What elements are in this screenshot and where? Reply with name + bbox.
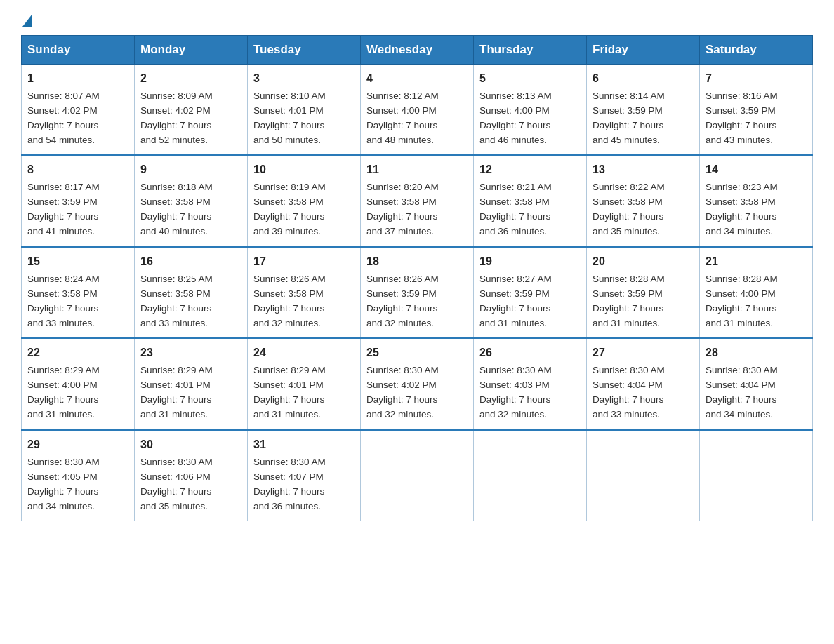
calendar-cell: 2Sunrise: 8:09 AMSunset: 4:02 PMDaylight… (135, 65, 248, 156)
day-info: Sunrise: 8:09 AMSunset: 4:02 PMDaylight:… (140, 90, 213, 145)
day-number: 10 (253, 161, 355, 179)
calendar-cell: 7Sunrise: 8:16 AMSunset: 3:59 PMDaylight… (700, 65, 813, 156)
day-info: Sunrise: 8:24 AMSunset: 3:58 PMDaylight:… (27, 274, 100, 328)
calendar-cell: 21Sunrise: 8:28 AMSunset: 4:00 PMDayligh… (700, 247, 813, 338)
calendar-cell: 8Sunrise: 8:17 AMSunset: 3:59 PMDaylight… (22, 155, 135, 246)
calendar-table: SundayMondayTuesdayWednesdayThursdayFrid… (21, 35, 813, 521)
day-info: Sunrise: 8:07 AMSunset: 4:02 PMDaylight:… (27, 90, 100, 145)
day-number: 31 (253, 436, 355, 454)
column-header-tuesday: Tuesday (248, 36, 361, 65)
day-number: 14 (706, 161, 807, 179)
day-number: 12 (479, 161, 581, 179)
day-info: Sunrise: 8:10 AMSunset: 4:01 PMDaylight:… (253, 90, 326, 145)
day-info: Sunrise: 8:18 AMSunset: 3:58 PMDaylight:… (140, 182, 213, 236)
calendar-header-row: SundayMondayTuesdayWednesdayThursdayFrid… (22, 36, 813, 65)
day-number: 2 (140, 70, 241, 88)
calendar-cell: 4Sunrise: 8:12 AMSunset: 4:00 PMDaylight… (361, 65, 474, 156)
column-header-friday: Friday (587, 36, 700, 65)
day-info: Sunrise: 8:29 AMSunset: 4:00 PMDaylight:… (27, 365, 100, 420)
calendar-cell: 9Sunrise: 8:18 AMSunset: 3:58 PMDaylight… (135, 155, 248, 246)
calendar-cell: 16Sunrise: 8:25 AMSunset: 3:58 PMDayligh… (135, 247, 248, 338)
day-info: Sunrise: 8:22 AMSunset: 3:58 PMDaylight:… (593, 182, 665, 236)
calendar-week-row: 15Sunrise: 8:24 AMSunset: 3:58 PMDayligh… (22, 247, 813, 338)
day-number: 23 (140, 344, 241, 362)
day-info: Sunrise: 8:30 AMSunset: 4:05 PMDaylight:… (27, 457, 100, 511)
day-number: 21 (706, 253, 807, 271)
day-number: 30 (140, 436, 241, 454)
day-number: 19 (479, 253, 581, 271)
day-info: Sunrise: 8:27 AMSunset: 3:59 PMDaylight:… (479, 274, 552, 328)
calendar-cell: 3Sunrise: 8:10 AMSunset: 4:01 PMDaylight… (248, 65, 361, 156)
column-header-thursday: Thursday (474, 36, 587, 65)
day-info: Sunrise: 8:14 AMSunset: 3:59 PMDaylight:… (593, 90, 665, 145)
day-number: 24 (253, 344, 355, 362)
column-header-wednesday: Wednesday (361, 36, 474, 65)
column-header-monday: Monday (135, 36, 248, 65)
day-number: 3 (253, 70, 355, 88)
calendar-cell: 6Sunrise: 8:14 AMSunset: 3:59 PMDaylight… (587, 65, 700, 156)
day-info: Sunrise: 8:17 AMSunset: 3:59 PMDaylight:… (27, 182, 100, 236)
day-number: 26 (479, 344, 581, 362)
calendar-week-row: 29Sunrise: 8:30 AMSunset: 4:05 PMDayligh… (22, 430, 813, 521)
day-number: 27 (593, 344, 694, 362)
day-info: Sunrise: 8:21 AMSunset: 3:58 PMDaylight:… (479, 182, 552, 236)
day-info: Sunrise: 8:29 AMSunset: 4:01 PMDaylight:… (140, 365, 213, 420)
column-header-sunday: Sunday (22, 36, 135, 65)
calendar-cell: 11Sunrise: 8:20 AMSunset: 3:58 PMDayligh… (361, 155, 474, 246)
calendar-cell: 30Sunrise: 8:30 AMSunset: 4:06 PMDayligh… (135, 430, 248, 521)
calendar-cell: 12Sunrise: 8:21 AMSunset: 3:58 PMDayligh… (474, 155, 587, 246)
page-header (21, 14, 813, 24)
calendar-cell: 5Sunrise: 8:13 AMSunset: 4:00 PMDaylight… (474, 65, 587, 156)
day-info: Sunrise: 8:23 AMSunset: 3:58 PMDaylight:… (706, 182, 778, 236)
day-info: Sunrise: 8:30 AMSunset: 4:04 PMDaylight:… (706, 365, 778, 420)
day-info: Sunrise: 8:19 AMSunset: 3:58 PMDaylight:… (253, 182, 326, 236)
day-info: Sunrise: 8:20 AMSunset: 3:58 PMDaylight:… (366, 182, 439, 236)
day-info: Sunrise: 8:13 AMSunset: 4:00 PMDaylight:… (479, 90, 552, 145)
calendar-cell (587, 430, 700, 521)
day-number: 11 (366, 161, 468, 179)
day-info: Sunrise: 8:16 AMSunset: 3:59 PMDaylight:… (706, 90, 778, 145)
day-info: Sunrise: 8:28 AMSunset: 3:59 PMDaylight:… (593, 274, 665, 328)
day-info: Sunrise: 8:30 AMSunset: 4:02 PMDaylight:… (366, 365, 439, 420)
calendar-cell: 17Sunrise: 8:26 AMSunset: 3:58 PMDayligh… (248, 247, 361, 338)
day-number: 28 (706, 344, 807, 362)
calendar-cell: 28Sunrise: 8:30 AMSunset: 4:04 PMDayligh… (700, 338, 813, 429)
calendar-cell: 20Sunrise: 8:28 AMSunset: 3:59 PMDayligh… (587, 247, 700, 338)
day-number: 29 (27, 436, 128, 454)
day-number: 1 (27, 70, 128, 88)
day-number: 7 (706, 70, 807, 88)
day-number: 8 (27, 161, 128, 179)
calendar-cell: 26Sunrise: 8:30 AMSunset: 4:03 PMDayligh… (474, 338, 587, 429)
day-number: 5 (479, 70, 581, 88)
calendar-cell: 25Sunrise: 8:30 AMSunset: 4:02 PMDayligh… (361, 338, 474, 429)
calendar-cell: 18Sunrise: 8:26 AMSunset: 3:59 PMDayligh… (361, 247, 474, 338)
day-info: Sunrise: 8:30 AMSunset: 4:06 PMDaylight:… (140, 457, 213, 511)
logo-triangle-icon (22, 14, 32, 27)
day-number: 18 (366, 253, 468, 271)
day-number: 9 (140, 161, 241, 179)
day-info: Sunrise: 8:12 AMSunset: 4:00 PMDaylight:… (366, 90, 439, 145)
day-info: Sunrise: 8:30 AMSunset: 4:03 PMDaylight:… (479, 365, 552, 420)
calendar-cell: 1Sunrise: 8:07 AMSunset: 4:02 PMDaylight… (22, 65, 135, 156)
day-info: Sunrise: 8:28 AMSunset: 4:00 PMDaylight:… (706, 274, 778, 328)
calendar-cell: 31Sunrise: 8:30 AMSunset: 4:07 PMDayligh… (248, 430, 361, 521)
day-number: 20 (593, 253, 694, 271)
day-number: 22 (27, 344, 128, 362)
calendar-cell: 22Sunrise: 8:29 AMSunset: 4:00 PMDayligh… (22, 338, 135, 429)
calendar-cell: 15Sunrise: 8:24 AMSunset: 3:58 PMDayligh… (22, 247, 135, 338)
calendar-cell: 27Sunrise: 8:30 AMSunset: 4:04 PMDayligh… (587, 338, 700, 429)
calendar-cell: 29Sunrise: 8:30 AMSunset: 4:05 PMDayligh… (22, 430, 135, 521)
day-info: Sunrise: 8:25 AMSunset: 3:58 PMDaylight:… (140, 274, 213, 328)
day-number: 6 (593, 70, 694, 88)
calendar-cell (700, 430, 813, 521)
day-number: 25 (366, 344, 468, 362)
calendar-week-row: 1Sunrise: 8:07 AMSunset: 4:02 PMDaylight… (22, 65, 813, 156)
logo (21, 14, 34, 24)
calendar-cell: 24Sunrise: 8:29 AMSunset: 4:01 PMDayligh… (248, 338, 361, 429)
calendar-cell: 19Sunrise: 8:27 AMSunset: 3:59 PMDayligh… (474, 247, 587, 338)
day-number: 17 (253, 253, 355, 271)
calendar-cell (361, 430, 474, 521)
day-info: Sunrise: 8:26 AMSunset: 3:58 PMDaylight:… (253, 274, 326, 328)
day-number: 4 (366, 70, 468, 88)
day-number: 15 (27, 253, 128, 271)
